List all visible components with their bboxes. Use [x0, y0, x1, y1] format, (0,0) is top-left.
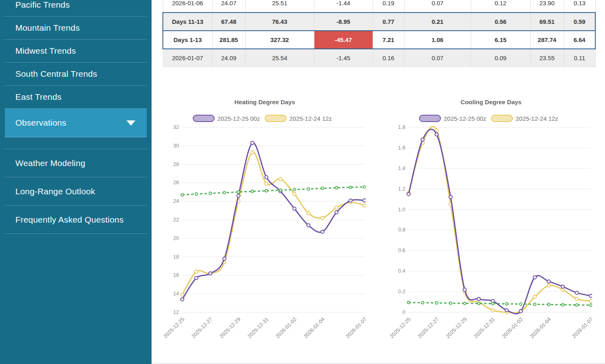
- y-axis-tick: 0.6: [398, 247, 405, 253]
- chart-title: Cooling Degree Days: [461, 99, 522, 105]
- row-value: -8.95: [314, 13, 373, 31]
- cooling-degree-days-svg: Cooling Degree Days2025-12-25 00z2025-12…: [390, 96, 592, 345]
- summary-table-body: 2026-01-0624.0725.51-1.440.190.070.1223.…: [163, 0, 595, 67]
- table-row: 2026-01-0724.0925.54-1.450.160.070.0923.…: [163, 49, 595, 67]
- sidebar-item-east-trends[interactable]: East Trends: [5, 86, 147, 109]
- data-point: [321, 216, 324, 219]
- data-point: [547, 280, 550, 283]
- data-point: [422, 301, 424, 304]
- x-axis-tick: 2025-12-31: [247, 316, 270, 340]
- row-value: 1.06: [404, 31, 471, 49]
- sidebar-item-label: Long-Range Outlook: [15, 187, 95, 196]
- table-row: 2026-01-0624.0725.51-1.440.190.070.1223.…: [163, 0, 595, 13]
- legend-label[interactable]: 2025-12-24 12z: [289, 115, 332, 122]
- main-content: 2026-01-0624.0725.51-1.440.190.070.1223.…: [152, 0, 605, 364]
- data-point: [251, 141, 254, 145]
- sidebar-item-long-range-outlook[interactable]: Long-Range Outlook: [5, 177, 147, 206]
- row-value: 25.51: [245, 0, 314, 13]
- legend-label[interactable]: 2025-12-24 12z: [516, 115, 558, 122]
- data-point: [237, 194, 240, 198]
- legend-swatch-yellow[interactable]: [265, 115, 286, 122]
- sidebar-item-weather-modeling[interactable]: Weather Modeling: [5, 149, 147, 177]
- data-point: [421, 138, 424, 141]
- data-point: [209, 192, 211, 194]
- row-label: 2026-01-07: [163, 49, 212, 67]
- chevron-down-icon: [126, 120, 135, 126]
- data-point: [363, 199, 366, 202]
- row-value: 0.21: [404, 13, 471, 31]
- data-point: [279, 189, 282, 191]
- row-value: 23.90: [530, 0, 564, 13]
- row-value: 23.55: [530, 49, 564, 67]
- data-point: [548, 303, 550, 306]
- y-axis-tick: 1.4: [398, 165, 405, 171]
- row-value: -1.45: [314, 49, 373, 67]
- x-axis-tick: 2025-12-25: [390, 316, 412, 340]
- sidebar-item-observations[interactable]: Observations: [5, 109, 147, 137]
- y-axis-tick: 0.2: [398, 288, 405, 295]
- data-point: [195, 193, 198, 195]
- x-axis-tick: 2026-01-07: [571, 316, 592, 340]
- y-axis-tick: 1.6: [398, 145, 405, 151]
- data-point: [477, 297, 481, 301]
- sidebar-item-label: Weather Modeling: [15, 158, 85, 168]
- data-point: [195, 276, 198, 280]
- row-label: Days 11-13: [163, 13, 212, 31]
- data-point: [363, 186, 366, 188]
- data-point: [477, 302, 480, 305]
- data-point: [307, 188, 310, 190]
- row-value: 6.64: [564, 31, 595, 49]
- data-point: [435, 133, 438, 136]
- data-point: [237, 191, 240, 193]
- data-point: [265, 182, 268, 185]
- data-point: [265, 189, 268, 192]
- data-point: [307, 212, 310, 215]
- chart-title: Heating Degree Days: [234, 99, 295, 105]
- data-point: [223, 191, 226, 194]
- legend-swatch-yellow[interactable]: [491, 115, 512, 122]
- data-point: [463, 288, 466, 291]
- x-axis-tick: 2025-12-27: [190, 316, 214, 340]
- y-axis-tick: 0.4: [398, 268, 405, 274]
- data-point: [293, 207, 296, 210]
- x-axis-tick: 2026-01-04: [302, 316, 326, 340]
- legend-swatch-purple[interactable]: [419, 115, 441, 122]
- data-point: [265, 176, 268, 179]
- legend-label[interactable]: 2025-12-25 00z: [444, 115, 486, 122]
- row-value: 0.07: [404, 49, 471, 67]
- x-axis-tick: 2025-12-25: [164, 316, 186, 340]
- row-value: 7.21: [373, 31, 404, 49]
- sidebar-item-frequently-asked-questions[interactable]: Frequently Asked Questions: [5, 206, 147, 234]
- sidebar-item-pacific-trends[interactable]: Pacific Trends: [5, 0, 147, 17]
- y-axis-tick: 16: [173, 272, 179, 278]
- x-axis-tick: 2026-01-02: [274, 316, 298, 340]
- data-point: [251, 190, 253, 193]
- data-point: [223, 257, 226, 260]
- data-point: [449, 302, 452, 304]
- row-value: 0.77: [373, 13, 404, 31]
- data-point: [293, 188, 295, 191]
- row-value: 67.48: [212, 13, 245, 31]
- legend-label[interactable]: 2025-12-25 00z: [217, 115, 260, 122]
- data-point: [181, 293, 184, 297]
- legend-swatch-purple[interactable]: [193, 115, 214, 122]
- series-line-purple: [182, 143, 365, 299]
- row-value: 6.15: [471, 31, 530, 49]
- data-point: [533, 276, 536, 279]
- y-axis-tick: 12: [173, 309, 179, 315]
- sidebar-item-mountain-trends[interactable]: Mountain Trends: [5, 17, 147, 40]
- sidebar-item-label: Pacific Trends: [15, 0, 70, 10]
- row-value: 0.59: [564, 13, 595, 31]
- data-point: [251, 151, 254, 154]
- sidebar-item-south-central-trends[interactable]: South Central Trends: [5, 63, 147, 86]
- row-value: 287.74: [530, 31, 564, 49]
- data-point: [279, 177, 282, 181]
- sidebar-group-gap: [0, 137, 152, 149]
- row-value: -1.44: [314, 0, 373, 13]
- sidebar-item-label: Midwest Trends: [15, 46, 76, 56]
- data-point: [335, 187, 337, 189]
- data-point: [589, 294, 592, 297]
- row-value: 25.54: [245, 49, 314, 67]
- y-axis-tick: 1.8: [398, 124, 405, 130]
- sidebar-item-midwest-trends[interactable]: Midwest Trends: [5, 40, 147, 63]
